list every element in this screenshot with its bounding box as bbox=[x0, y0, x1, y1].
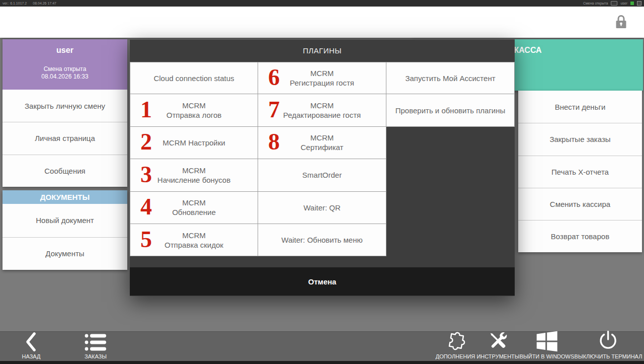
orders-button[interactable]: ЗАКАЗЫ bbox=[84, 331, 108, 359]
annotation-badge-5: 5 bbox=[140, 228, 152, 251]
plugin-mcrm-guest-registration[interactable]: 6 MCRMРегистрация гостя bbox=[258, 62, 386, 94]
documents-panel-header: ДОКУМЕНТЫ bbox=[3, 190, 127, 204]
bottom-toolbar: НАЗАД ЗАКАЗЫ ДОПОЛНЕНИЯ bbox=[0, 331, 644, 361]
windows-icon bbox=[535, 331, 558, 352]
annotation-badge-4: 4 bbox=[140, 195, 152, 219]
os-titlebar: ver.: 6.1.1017.2 08.04.26 17:47 Смена от… bbox=[0, 0, 644, 7]
button-messages[interactable]: Сообщения bbox=[3, 155, 127, 187]
plugin-mcrm-send-logs[interactable]: 1 MCRMОтправка логов bbox=[130, 94, 258, 126]
online-indicator-icon bbox=[630, 2, 634, 5]
button-close-personal-shift[interactable]: Закрыть личную смену bbox=[3, 90, 127, 122]
titlebar-user-label: user bbox=[620, 0, 627, 7]
shift-status-text: Смена открыта bbox=[583, 0, 608, 7]
plugins-modal-title: ПЛАГИНЫ bbox=[130, 40, 515, 61]
lock-icon[interactable] bbox=[614, 14, 628, 32]
annotation-badge-6: 6 bbox=[268, 66, 280, 89]
plugin-smartorder[interactable]: SmartOrder bbox=[258, 159, 386, 191]
titlebar-clock: 08.04.26 17:47 bbox=[33, 0, 56, 7]
button-documents[interactable]: Документы bbox=[3, 237, 127, 270]
back-button[interactable]: НАЗАД bbox=[22, 331, 41, 359]
exit-windows-button[interactable]: ВЫЙТИ В WINDOWS bbox=[520, 331, 575, 359]
documents-panel: ДОКУМЕНТЫ Новый документ Документы bbox=[3, 190, 127, 270]
shift-open-datetime: 08.04.2026 16:33 bbox=[3, 73, 127, 81]
button-change-cashier[interactable]: Сменить кассира bbox=[518, 188, 642, 220]
button-print-x-report[interactable]: Печать X-отчета bbox=[518, 156, 642, 188]
printer-status-icon bbox=[611, 1, 617, 6]
button-deposit-money[interactable]: Внести деньги bbox=[518, 91, 642, 123]
documents-title: ДОКУМЕНТЫ bbox=[40, 193, 90, 201]
addons-button[interactable]: ДОПОЛНЕНИЯ bbox=[436, 331, 475, 359]
user-name: user bbox=[3, 39, 127, 55]
button-new-document[interactable]: Новый документ bbox=[3, 204, 127, 237]
plugins-modal: ПЛАГИНЫ Cloud connection status 1 MCRMОт… bbox=[130, 39, 515, 296]
user-panel-header: user Смена открыта 08.04.2026 16:33 bbox=[3, 39, 127, 90]
plugin-waiter-qr[interactable]: Waiter: QR bbox=[258, 192, 386, 224]
annotation-badge-1: 1 bbox=[140, 98, 152, 121]
plugin-mcrm-update[interactable]: 4 MCRMОбновление bbox=[130, 192, 258, 224]
puzzle-icon bbox=[444, 331, 467, 352]
annotation-badge-2: 2 bbox=[140, 131, 152, 154]
button-personal-page[interactable]: Личная страница bbox=[3, 122, 127, 154]
plugin-mcrm-send-discounts[interactable]: 5 MCRMОтправка скидок bbox=[130, 224, 258, 256]
top-white-strip bbox=[0, 7, 644, 38]
cancel-button[interactable]: Отмена bbox=[130, 267, 515, 296]
plugin-waiter-update-menu[interactable]: Waiter: Обновить меню bbox=[258, 224, 386, 256]
plugin-mcrm-certificate[interactable]: 8 MCRMСертификат bbox=[258, 127, 386, 159]
bottom-black-strip bbox=[0, 361, 644, 364]
tools-icon bbox=[486, 331, 511, 352]
annotation-badge-3: 3 bbox=[140, 163, 152, 186]
plugin-cloud-connection-status[interactable]: Cloud connection status bbox=[130, 62, 258, 94]
power-icon bbox=[598, 331, 619, 352]
plugin-mcrm-guest-edit[interactable]: 7 MCRMРедактирование гостя bbox=[258, 94, 386, 126]
orders-list-icon bbox=[84, 331, 108, 352]
user-panel: user Смена открыта 08.04.2026 16:33 Закр… bbox=[3, 39, 127, 187]
plugin-run-my-assistant[interactable]: Запустить Мой Ассистент bbox=[386, 62, 515, 94]
tools-button[interactable]: ИНСТРУМЕНТЫ bbox=[476, 331, 519, 359]
button-closed-orders[interactable]: Закрытые заказы bbox=[518, 123, 642, 155]
app-version: ver.: 6.1.1017.2 bbox=[3, 0, 27, 7]
shift-open-label: Смена открыта bbox=[3, 65, 127, 73]
plugin-mcrm-bonus-accrual[interactable]: 3 MCRMНачисление бонусов bbox=[130, 159, 258, 191]
annotation-badge-7: 7 bbox=[268, 98, 280, 121]
back-chevron-icon bbox=[24, 331, 38, 352]
shutdown-button[interactable]: ВЫКЛЮЧИТЬ ТЕРМИНАЛ bbox=[575, 331, 642, 359]
plugin-mcrm-settings[interactable]: 2 MCRM Настройки bbox=[130, 127, 258, 159]
plugin-check-update-plugins[interactable]: Проверить и обновить плагины bbox=[386, 94, 515, 126]
button-return-goods[interactable]: Возврат товаров bbox=[518, 220, 642, 252]
tray-icon[interactable] bbox=[637, 1, 641, 6]
annotation-badge-8: 8 bbox=[268, 131, 280, 154]
plugins-grid: Cloud connection status 1 MCRMОтправка л… bbox=[130, 62, 515, 257]
